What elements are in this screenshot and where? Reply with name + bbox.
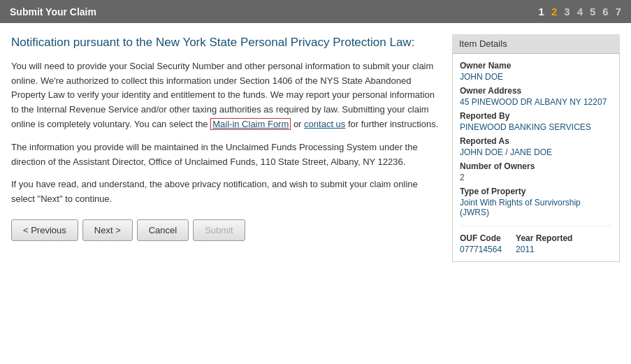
notification-title: Notification pursuant to the New York St… — [11, 34, 441, 51]
step-5: 5 — [590, 6, 595, 17]
owner-name-value: JOHN DOE — [460, 72, 612, 82]
ouf-code-label: OUF Code — [460, 233, 502, 243]
year-reported-value: 2011 — [516, 245, 572, 254]
ouf-col: OUF Code 077714564 — [460, 233, 502, 254]
button-row: < Previous Next > Cancel Submit — [11, 219, 441, 241]
item-details-body: Owner Name JOHN DOE Owner Address 45 PIN… — [452, 54, 620, 262]
cancel-button[interactable]: Cancel — [137, 219, 189, 241]
type-property-value: Joint With Rights of Survivorship (JWRS) — [460, 198, 612, 217]
step-4: 4 — [577, 6, 583, 17]
right-panel: Item Details Owner Name JOHN DOE Owner A… — [452, 34, 620, 262]
contact-us-link[interactable]: contact us — [304, 119, 345, 129]
previous-button[interactable]: < Previous — [11, 219, 78, 241]
paragraph-1-or: or — [291, 119, 304, 129]
num-owners-label: Number of Owners — [460, 161, 612, 171]
owner-address-value: 45 PINEWOOD DR ALBANY NY 12207 — [460, 97, 612, 107]
reported-as-label: Reported As — [460, 136, 612, 146]
owner-name-label: Owner Name — [460, 61, 612, 71]
num-owners-value: 2 — [460, 173, 612, 182]
left-panel: Notification pursuant to the New York St… — [11, 34, 441, 262]
page-title: Submit Your Claim — [10, 6, 96, 17]
step-6: 6 — [602, 6, 608, 17]
step-2: 2 — [551, 6, 557, 17]
year-reported-label: Year Reported — [516, 233, 572, 243]
ouf-year-row: OUF Code 077714564 Year Reported 2011 — [460, 226, 612, 254]
type-property-label: Type of Property — [460, 187, 612, 196]
step-3: 3 — [564, 6, 570, 17]
ouf-code-value: 077714564 — [460, 245, 502, 254]
paragraph-1-end: for further instructions. — [345, 119, 438, 129]
paragraph-2: The information you provide will be main… — [11, 140, 441, 170]
page-header: Submit Your Claim 1 2 3 4 5 6 7 — [0, 0, 631, 23]
step-1: 1 — [539, 6, 544, 17]
item-details-header: Item Details — [452, 34, 620, 54]
step-7: 7 — [616, 6, 621, 17]
main-content: Notification pursuant to the New York St… — [0, 23, 631, 273]
reported-by-value: PINEWOOD BANKING SERVICES — [460, 122, 612, 132]
submit-button: Submit — [193, 219, 245, 241]
step-indicators: 1 2 3 4 5 6 7 — [539, 6, 621, 17]
paragraph-3: If you have read, and understand, the ab… — [11, 177, 441, 207]
owner-address-label: Owner Address — [460, 86, 612, 96]
next-button[interactable]: Next > — [82, 219, 133, 241]
mail-in-claim-link[interactable]: Mail-in Claim Form — [210, 118, 291, 130]
paragraph-1: You will need to provide your Social Sec… — [11, 59, 441, 132]
reported-by-label: Reported By — [460, 111, 612, 121]
reported-as-value: JOHN DOE / JANE DOE — [460, 147, 612, 157]
year-col: Year Reported 2011 — [516, 233, 572, 254]
